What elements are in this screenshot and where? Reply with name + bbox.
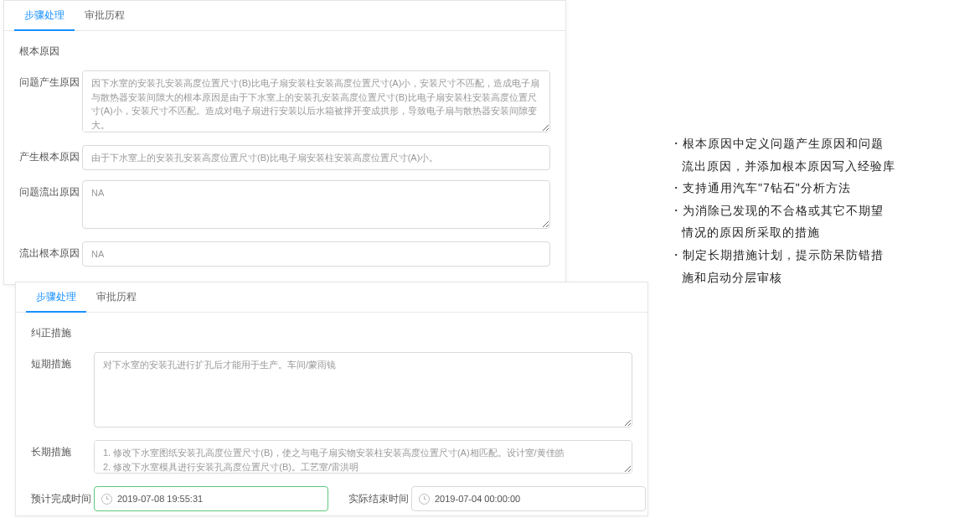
row-outflow-root-cause: 流出根本原因 bbox=[19, 241, 550, 267]
input-outflow-root-cause[interactable] bbox=[82, 241, 550, 267]
label-actual-date: 实际结束时间 bbox=[348, 492, 411, 506]
row-problem-cause: 问题产生原因 bbox=[19, 70, 550, 135]
label-expected-date: 预计完成时间 bbox=[31, 492, 94, 506]
label-root-cause: 产生根本原因 bbox=[19, 145, 82, 164]
label-short-term: 短期措施 bbox=[31, 352, 94, 371]
row-long-term: 长期措施 bbox=[31, 440, 632, 476]
tabs-bottom: 步骤处理 审批历程 bbox=[16, 282, 647, 313]
input-short-term[interactable] bbox=[94, 352, 632, 427]
corrective-body: 纠正措施 短期措施 长期措施 预计完成时间 2019-07-08 19:55:3… bbox=[16, 313, 647, 518]
label-long-term: 长期措施 bbox=[31, 440, 94, 459]
row-short-term: 短期措施 bbox=[31, 352, 632, 430]
actual-date-value: 2019-07-04 00:00:00 bbox=[435, 494, 520, 504]
expected-date-group: 预计完成时间 2019-07-08 19:55:31 bbox=[31, 486, 328, 511]
label-problem-cause: 问题产生原因 bbox=[19, 70, 82, 90]
section-title-root-cause: 根本原因 bbox=[19, 44, 550, 59]
tab-step-process[interactable]: 步骤处理 bbox=[14, 1, 75, 30]
root-cause-panel: 步骤处理 审批历程 根本原因 问题产生原因 产生根本原因 问题流出原因 流出根本… bbox=[3, 0, 566, 285]
expected-date-value: 2019-07-08 19:55:31 bbox=[117, 494, 203, 504]
input-root-cause[interactable] bbox=[82, 145, 550, 170]
tab-approval-history[interactable]: 审批历程 bbox=[75, 1, 135, 30]
corrective-action-panel: 步骤处理 审批历程 纠正措施 短期措施 长期措施 预计完成时间 2019-07-… bbox=[15, 282, 648, 516]
note-line-4a: ・制定长期措施计划，提示防呆防错措 bbox=[670, 244, 946, 267]
label-outflow-root-cause: 流出根本原因 bbox=[19, 241, 82, 261]
input-outflow-cause[interactable] bbox=[82, 180, 550, 229]
actual-date-group: 实际结束时间 2019-07-04 00:00:00 bbox=[348, 486, 646, 511]
right-notes: ・根本原因中定义问题产生原因和问题 流出原因，并添加根本原因写入经验库 ・支持通… bbox=[670, 132, 946, 288]
tab-approval-history-2[interactable]: 审批历程 bbox=[86, 282, 147, 312]
root-cause-body: 根本原因 问题产生原因 产生根本原因 问题流出原因 流出根本原因 bbox=[4, 31, 565, 280]
clock-icon bbox=[419, 494, 430, 505]
input-actual-date[interactable]: 2019-07-04 00:00:00 bbox=[411, 486, 646, 511]
note-line-3a: ・为消除已发现的不合格或其它不期望 bbox=[670, 199, 946, 222]
section-title-corrective: 纠正措施 bbox=[31, 326, 632, 340]
row-root-cause: 产生根本原因 bbox=[19, 145, 550, 170]
note-line-4b: 施和启动分层审核 bbox=[670, 267, 946, 289]
tabs-top: 步骤处理 审批历程 bbox=[4, 1, 565, 31]
input-long-term[interactable] bbox=[94, 440, 632, 474]
input-expected-date[interactable]: 2019-07-08 19:55:31 bbox=[94, 486, 328, 511]
note-line-3b: 情况的原因所采取的措施 bbox=[670, 221, 946, 244]
input-problem-cause[interactable] bbox=[82, 70, 550, 132]
clock-icon bbox=[101, 494, 112, 505]
label-outflow-cause: 问题流出原因 bbox=[19, 180, 82, 199]
note-line-2: ・支持通用汽车"7钻石"分析方法 bbox=[670, 177, 946, 199]
date-row: 预计完成时间 2019-07-08 19:55:31 实际结束时间 2019-0… bbox=[31, 486, 632, 511]
tab-step-process-2[interactable]: 步骤处理 bbox=[26, 282, 86, 312]
note-line-1a: ・根本原因中定义问题产生原因和问题 bbox=[670, 132, 946, 155]
note-line-1b: 流出原因，并添加根本原因写入经验库 bbox=[670, 155, 946, 178]
row-outflow-cause: 问题流出原因 bbox=[19, 180, 550, 231]
